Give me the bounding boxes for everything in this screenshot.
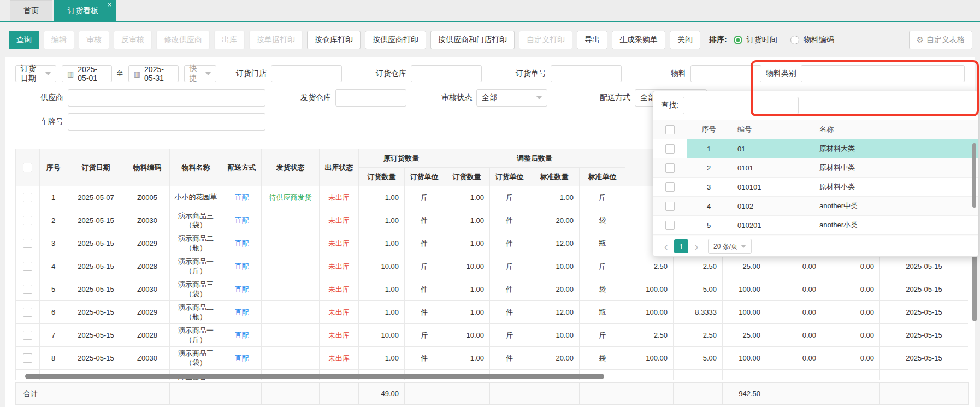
category-row[interactable]: 5010201another小类	[653, 216, 978, 235]
popup-scrollbar-thumb[interactable]	[972, 143, 976, 208]
category-row[interactable]: 40102another中类	[653, 197, 978, 216]
unaudit-button: 反审核	[114, 31, 152, 49]
generate-po-button[interactable]: 生成采购单	[612, 31, 665, 49]
audit-status-select[interactable]: 全部	[476, 89, 547, 107]
category-row-checkbox[interactable]	[665, 182, 675, 192]
sort-radio-order-time[interactable]: 订货时间	[734, 35, 777, 45]
button-label: 审核	[86, 35, 102, 45]
customize-table-button[interactable]: ⚙ 自定义表格	[909, 31, 972, 49]
tab-home[interactable]: 首页	[10, 0, 52, 21]
plate-number-field[interactable]	[68, 113, 265, 131]
category-row-checkbox[interactable]	[665, 202, 675, 211]
row-checkbox[interactable]	[23, 239, 32, 248]
extra-cell: 100.00	[723, 278, 766, 301]
material-name-cell: 演示商品三（袋）	[170, 278, 222, 301]
delivery-method-link[interactable]: 直配	[235, 262, 249, 270]
print-by-supplier-store-button[interactable]: 按供应商和门店打印	[430, 31, 515, 49]
adj-unit-cell: 件	[490, 209, 529, 232]
page-size-select[interactable]: 20 条/页	[708, 239, 752, 254]
tab-order-dashboard[interactable]: 订货看板×	[54, 0, 116, 21]
material-field[interactable]	[690, 65, 761, 82]
select-all-checkbox[interactable]	[23, 163, 32, 172]
material-category-field[interactable]	[801, 65, 965, 82]
category-seq-cell: 2	[687, 158, 731, 178]
totals-amount: 942.50	[723, 383, 766, 405]
range-separator: 至	[116, 69, 124, 79]
export-button[interactable]: 导出	[577, 31, 607, 49]
close-button[interactable]: 关闭	[670, 31, 700, 49]
order-warehouse-field[interactable]	[411, 65, 482, 82]
quick-select[interactable]: 快捷	[184, 65, 216, 82]
date-from-input[interactable]: ▦2025-05-01	[62, 65, 112, 82]
row-checkbox[interactable]	[23, 262, 32, 271]
order-no-field[interactable]	[551, 65, 622, 82]
totals-table: 合计49.00942.50	[15, 382, 969, 405]
current-page-button[interactable]: 1	[674, 239, 688, 253]
extra-cell	[625, 370, 674, 381]
extra-cell: 25.00	[723, 324, 766, 347]
sort-radio-material-code[interactable]: 物料编码	[790, 35, 834, 45]
delivery-method-link[interactable]: 直配	[235, 285, 249, 293]
category-row[interactable]: 602调料大类	[653, 235, 978, 237]
adj-unit-cell: 斤	[490, 186, 529, 209]
delivery-method-link[interactable]: 直配	[235, 239, 249, 247]
ship-warehouse-field[interactable]	[335, 89, 406, 107]
delivery-method-link[interactable]: 直配	[235, 331, 249, 339]
outbound-status-cell: 未出库	[320, 186, 359, 209]
tab-bar: 首页订货看板×	[0, 0, 980, 22]
date-type-select[interactable]: 订货日期	[15, 65, 56, 82]
category-row[interactable]: 20101原材料中类	[653, 158, 978, 178]
select-value: 订货日期	[21, 64, 42, 84]
button-label: 按单据打印	[257, 35, 295, 45]
date-to-input[interactable]: ▦2025-05-31	[128, 65, 179, 82]
material-name-cell: 演示商品二（瓶）	[170, 232, 222, 255]
horizontal-scrollbar-thumb[interactable]	[25, 374, 604, 379]
table-row: 82025-05-15Z0030演示商品三（袋）直配未出库1.00件1.00件2…	[16, 347, 969, 370]
prev-page-button[interactable]: ‹	[660, 241, 672, 252]
supplier-field[interactable]	[68, 89, 265, 107]
print-by-supplier-button[interactable]: 按供应商打印	[365, 31, 426, 49]
popup-column-header: 序号	[687, 120, 731, 139]
seq-cell: 4	[40, 255, 67, 278]
delivery-method-link[interactable]: 直配	[235, 308, 249, 316]
seq-cell: 6	[40, 301, 67, 324]
column-header: 序号	[40, 149, 67, 186]
print-by-warehouse-button[interactable]: 按仓库打印	[307, 31, 361, 49]
outbound-status-cell: 未出库	[320, 255, 359, 278]
popup-search-input[interactable]	[683, 97, 799, 114]
query-button[interactable]: 查询	[9, 31, 39, 49]
row-checkbox[interactable]	[23, 216, 32, 225]
material-name-cell: 演示商品三（袋）	[170, 209, 222, 232]
category-row-checkbox[interactable]	[665, 221, 675, 230]
field-label: 发货仓库	[296, 93, 331, 103]
next-page-button[interactable]: ›	[690, 241, 702, 252]
row-checkbox[interactable]	[23, 193, 32, 202]
extra-cell: 2025-05-15	[880, 301, 969, 324]
row-checkbox[interactable]	[23, 353, 32, 363]
extra-cell: 2.50	[625, 255, 674, 278]
print-by-doc-button: 按单据打印	[249, 31, 303, 49]
delivery-method-link[interactable]: 直配	[235, 193, 249, 202]
category-row[interactable]: 3010101原材料小类	[653, 178, 978, 197]
row-checkbox[interactable]	[23, 285, 32, 294]
delivery-method-link[interactable]: 直配	[235, 216, 249, 225]
order-store-field[interactable]	[271, 65, 342, 82]
close-icon[interactable]: ×	[108, 2, 111, 8]
material-name-cell: 演示商品一（斤）	[170, 324, 222, 347]
category-row-checkbox[interactable]	[665, 144, 675, 154]
outbound-status-cell: 未出库	[320, 301, 359, 324]
extra-cell: 100.00	[625, 347, 674, 370]
outbound-status-text: 未出库	[328, 216, 350, 225]
row-checkbox[interactable]	[23, 308, 32, 317]
radio-icon	[790, 36, 799, 44]
category-row[interactable]: 101原材料大类	[653, 139, 978, 158]
radio-label: 订货时间	[747, 35, 777, 45]
category-row-checkbox[interactable]	[665, 163, 675, 173]
delivery-method-link[interactable]: 直配	[235, 354, 249, 362]
popup-select-all-checkbox[interactable]	[665, 125, 675, 134]
extra-cell: 2025-05-15	[880, 255, 969, 278]
category-seq-cell: 6	[687, 235, 731, 237]
order-warehouse-field-group: 订货仓库	[371, 65, 482, 82]
sub-column-header: 标准数量	[529, 168, 580, 186]
row-checkbox[interactable]	[23, 331, 32, 340]
